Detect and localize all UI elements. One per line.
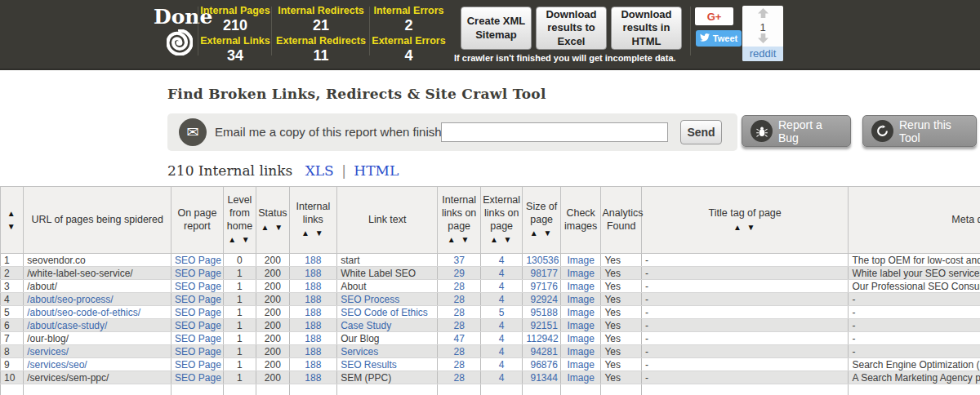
download-html-button[interactable]: Download results in HTML [611, 7, 682, 50]
col-header-ext-on-page[interactable]: External links on page▲ ▼ [480, 187, 523, 254]
cell-check_images[interactable]: Image [560, 319, 601, 332]
cell-internal_links[interactable]: 188 [289, 293, 337, 306]
cell-link_text[interactable]: SEM (PPC) [337, 371, 438, 384]
cell-int_on_page[interactable]: 37 [438, 254, 481, 267]
downvote-arrow-icon[interactable] [757, 33, 769, 47]
cell-internal_links[interactable]: 188 [289, 306, 337, 319]
cell-link_text[interactable]: SEO Results [337, 358, 438, 371]
sort-arrows-icon[interactable]: ▲ ▼ [291, 229, 336, 239]
cell-ext_on_page[interactable]: 4 [480, 319, 523, 332]
sort-arrows-icon[interactable]: ▲ ▼ [643, 223, 848, 233]
rerun-tool-button[interactable]: Rerun this Tool [862, 115, 977, 147]
cell-int_on_page[interactable]: 28 [438, 358, 481, 371]
cell-url[interactable]: /about/ [24, 280, 172, 293]
cell-link_text[interactable]: Services [337, 345, 438, 358]
cell-report[interactable]: SEO Page [172, 254, 224, 267]
cell-size[interactable]: 91344 [523, 371, 560, 384]
cell-check_images[interactable]: Image [560, 267, 601, 280]
cell-ext_on_page[interactable]: 4 [480, 267, 523, 280]
cell-internal_links[interactable]: 188 [289, 254, 337, 267]
cell-url[interactable]: /white-label-seo-service/ [24, 267, 172, 280]
cell-int_on_page[interactable]: 28 [438, 293, 481, 306]
cell-internal_links[interactable]: 188 [289, 358, 337, 371]
sort-arrows-icon[interactable]: ▲ ▼ [439, 235, 479, 246]
cell-size[interactable]: 130536 [523, 254, 560, 267]
cell-ext_on_page[interactable]: 4 [480, 293, 523, 306]
cell-url[interactable]: seovendor.co [24, 254, 172, 267]
col-header-rownum[interactable]: ▲ ▼ [1, 187, 24, 254]
cell-url[interactable]: /about/seo-code-of-ethics/ [24, 306, 172, 319]
create-xml-sitemap-button[interactable]: Create XML Sitemap [461, 7, 532, 50]
cell-ext_on_page[interactable]: 4 [480, 345, 523, 358]
cell-url[interactable]: /services/ [24, 345, 172, 358]
cell-int_on_page[interactable]: 47 [438, 332, 481, 345]
cell-internal_links[interactable]: 188 [289, 345, 337, 358]
cell-check_images[interactable]: Image [560, 306, 601, 319]
send-button[interactable]: Send [680, 120, 722, 144]
cell-check_images[interactable]: Image [560, 371, 601, 384]
upvote-arrow-icon[interactable] [757, 7, 769, 22]
cell-ext_on_page[interactable]: 4 [480, 371, 523, 384]
cell-report[interactable]: SEO Page [172, 280, 224, 293]
cell-report[interactable]: SEO Page [172, 371, 224, 384]
cell-size[interactable]: 92151 [523, 319, 560, 332]
cell-internal_links[interactable]: 188 [289, 332, 337, 345]
cell-int_on_page[interactable]: 28 [438, 319, 481, 332]
cell-int_on_page[interactable]: 28 [438, 345, 481, 358]
cell-ext_on_page[interactable]: 5 [480, 306, 523, 319]
cell-check_images[interactable]: Image [560, 332, 601, 345]
cell-link_text[interactable]: start [337, 254, 438, 267]
cell-int_on_page[interactable]: 28 [438, 371, 481, 384]
cell-check_images[interactable]: Image [560, 345, 601, 358]
cell-url[interactable]: /about/case-study/ [24, 319, 172, 332]
reddit-link[interactable]: reddit [742, 47, 783, 61]
google-plus-button[interactable]: G+ [695, 7, 733, 25]
cell-check_images[interactable]: Image [560, 293, 601, 306]
cell-report[interactable]: SEO Page [172, 319, 224, 332]
cell-internal_links[interactable]: 188 [289, 280, 337, 293]
cell-link_text[interactable]: About [337, 280, 438, 293]
col-header-internal-links[interactable]: Internal links▲ ▼ [289, 187, 337, 254]
sort-arrows-icon[interactable]: ▲ ▼ [482, 235, 522, 246]
cell-link_text[interactable]: White Label SEO [337, 267, 438, 280]
email-input[interactable] [441, 122, 668, 142]
cell-link_text[interactable]: SEO Process [337, 293, 438, 306]
download-excel-button[interactable]: Download results to Excel [536, 7, 607, 50]
cell-report[interactable]: SEO Page [172, 345, 224, 358]
sort-arrows-icon[interactable]: ▲ ▼ [257, 223, 287, 233]
cell-size[interactable]: 94281 [523, 345, 560, 358]
cell-check_images[interactable]: Image [560, 280, 601, 293]
sort-arrows-icon[interactable]: ▲ ▼ [225, 235, 255, 246]
cell-ext_on_page[interactable]: 4 [480, 332, 523, 345]
cell-size[interactable]: 96876 [523, 358, 560, 371]
cell-link_text[interactable]: SEO Code of Ethics [337, 306, 438, 319]
html-export-link[interactable]: HTML [354, 162, 399, 179]
cell-internal_links[interactable]: 188 [289, 319, 337, 332]
cell-size[interactable]: 92924 [523, 293, 560, 306]
cell-size[interactable]: 95188 [523, 306, 560, 319]
cell-check_images[interactable]: Image [560, 358, 601, 371]
cell-size[interactable]: 112942 [523, 332, 560, 345]
cell-report[interactable]: SEO Page [172, 358, 224, 371]
cell-size[interactable]: 98177 [523, 267, 560, 280]
sort-arrows-icon[interactable]: ▲ ▼ [523, 229, 559, 239]
cell-url[interactable]: /about/seo-process/ [24, 293, 172, 306]
sort-arrows-icon[interactable]: ▲ ▼ [7, 209, 17, 231]
cell-int_on_page[interactable]: 28 [438, 306, 481, 319]
cell-report[interactable]: SEO Page [172, 306, 224, 319]
cell-int_on_page[interactable]: 29 [438, 267, 481, 280]
cell-internal_links[interactable]: 188 [289, 267, 337, 280]
xls-export-link[interactable]: XLS [305, 162, 334, 179]
cell-report[interactable]: SEO Page [172, 267, 224, 280]
cell-int_on_page[interactable]: 28 [438, 280, 481, 293]
cell-report[interactable]: SEO Page [172, 332, 224, 345]
col-header-status[interactable]: Status▲ ▼ [256, 187, 289, 254]
cell-url[interactable]: /services/sem-ppc/ [24, 371, 172, 384]
cell-link_text[interactable]: Case Study [337, 319, 438, 332]
tweet-button[interactable]: Tweet [696, 30, 742, 47]
cell-report[interactable]: SEO Page [172, 293, 224, 306]
cell-check_images[interactable]: Image [560, 254, 601, 267]
cell-ext_on_page[interactable]: 4 [480, 280, 523, 293]
cell-url[interactable]: /our-blog/ [24, 332, 172, 345]
cell-ext_on_page[interactable]: 4 [480, 254, 523, 267]
